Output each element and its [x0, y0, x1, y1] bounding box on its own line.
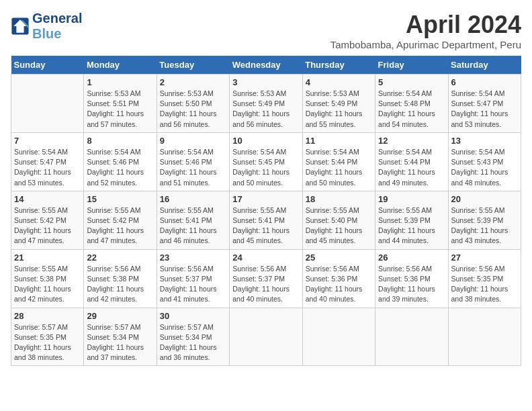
logo-text-general: General	[32, 11, 82, 26]
day-number: 21	[14, 253, 81, 263]
calendar-cell: 10Sunrise: 5:54 AMSunset: 5:45 PMDayligh…	[230, 132, 302, 191]
day-info: Sunrise: 5:53 AMSunset: 5:49 PMDaylight:…	[232, 89, 299, 130]
calendar-cell: 24Sunrise: 5:56 AMSunset: 5:37 PMDayligh…	[230, 249, 302, 308]
calendar-cell: 27Sunrise: 5:56 AMSunset: 5:35 PMDayligh…	[448, 249, 521, 308]
calendar-cell: 2Sunrise: 5:53 AMSunset: 5:50 PMDaylight…	[157, 75, 229, 133]
calendar-cell: 9Sunrise: 5:54 AMSunset: 5:46 PMDaylight…	[157, 132, 229, 191]
day-number: 28	[14, 311, 81, 321]
day-number: 14	[14, 194, 81, 204]
day-info: Sunrise: 5:55 AMSunset: 5:41 PMDaylight:…	[232, 205, 299, 246]
day-number: 9	[160, 136, 226, 146]
day-info: Sunrise: 5:54 AMSunset: 5:44 PMDaylight:…	[378, 147, 445, 188]
day-number: 29	[87, 311, 153, 321]
day-number: 12	[378, 136, 445, 146]
day-info: Sunrise: 5:56 AMSunset: 5:37 PMDaylight:…	[232, 264, 299, 305]
calendar-cell: 6Sunrise: 5:54 AMSunset: 5:47 PMDaylight…	[448, 75, 521, 133]
weekday-header: Tuesday	[157, 56, 229, 75]
day-number: 17	[232, 194, 299, 204]
calendar-cell	[302, 308, 375, 366]
logo-icon	[11, 17, 30, 36]
day-info: Sunrise: 5:53 AMSunset: 5:51 PMDaylight:…	[87, 89, 153, 130]
day-info: Sunrise: 5:56 AMSunset: 5:38 PMDaylight:…	[87, 264, 153, 305]
day-number: 7	[14, 136, 81, 146]
calendar-cell	[230, 308, 302, 366]
logo-text-blue: Blue	[32, 26, 82, 42]
day-info: Sunrise: 5:56 AMSunset: 5:36 PMDaylight:…	[306, 264, 372, 305]
day-info: Sunrise: 5:54 AMSunset: 5:43 PMDaylight:…	[451, 147, 518, 188]
calendar-week-row: 28Sunrise: 5:57 AMSunset: 5:35 PMDayligh…	[11, 308, 521, 366]
day-info: Sunrise: 5:55 AMSunset: 5:39 PMDaylight:…	[451, 205, 518, 246]
calendar-cell: 5Sunrise: 5:54 AMSunset: 5:48 PMDaylight…	[375, 75, 448, 133]
day-info: Sunrise: 5:54 AMSunset: 5:46 PMDaylight:…	[160, 147, 226, 188]
day-info: Sunrise: 5:53 AMSunset: 5:50 PMDaylight:…	[160, 89, 226, 130]
calendar-table: SundayMondayTuesdayWednesdayThursdayFrid…	[11, 56, 521, 366]
day-number: 11	[306, 136, 372, 146]
day-number: 24	[232, 253, 299, 263]
day-number: 30	[160, 311, 226, 321]
month-title: April 2024	[330, 11, 521, 39]
day-info: Sunrise: 5:55 AMSunset: 5:38 PMDaylight:…	[14, 264, 81, 305]
calendar-week-row: 14Sunrise: 5:55 AMSunset: 5:42 PMDayligh…	[11, 191, 521, 249]
calendar-week-row: 7Sunrise: 5:54 AMSunset: 5:47 PMDaylight…	[11, 132, 521, 191]
calendar-header-row: SundayMondayTuesdayWednesdayThursdayFrid…	[11, 56, 521, 75]
day-info: Sunrise: 5:54 AMSunset: 5:45 PMDaylight:…	[232, 147, 299, 188]
calendar-cell: 13Sunrise: 5:54 AMSunset: 5:43 PMDayligh…	[448, 132, 521, 191]
day-number: 18	[306, 194, 372, 204]
day-number: 23	[160, 253, 226, 263]
calendar-cell: 25Sunrise: 5:56 AMSunset: 5:36 PMDayligh…	[302, 249, 375, 308]
day-info: Sunrise: 5:55 AMSunset: 5:41 PMDaylight:…	[160, 205, 226, 246]
calendar-cell: 29Sunrise: 5:57 AMSunset: 5:34 PMDayligh…	[84, 308, 157, 366]
calendar-cell: 4Sunrise: 5:53 AMSunset: 5:49 PMDaylight…	[302, 75, 375, 133]
calendar-cell: 3Sunrise: 5:53 AMSunset: 5:49 PMDaylight…	[230, 75, 302, 133]
day-info: Sunrise: 5:54 AMSunset: 5:47 PMDaylight:…	[451, 89, 518, 130]
title-area: April 2024 Tambobamba, Apurimac Departme…	[330, 11, 521, 50]
calendar-cell: 23Sunrise: 5:56 AMSunset: 5:37 PMDayligh…	[157, 249, 229, 308]
calendar-cell: 18Sunrise: 5:55 AMSunset: 5:40 PMDayligh…	[302, 191, 375, 249]
day-number: 1	[87, 77, 153, 87]
calendar-cell: 21Sunrise: 5:55 AMSunset: 5:38 PMDayligh…	[11, 249, 84, 308]
day-number: 2	[160, 77, 226, 87]
calendar-week-row: 1Sunrise: 5:53 AMSunset: 5:51 PMDaylight…	[11, 75, 521, 133]
day-info: Sunrise: 5:53 AMSunset: 5:49 PMDaylight:…	[306, 89, 372, 130]
day-number: 15	[87, 194, 153, 204]
calendar-cell	[448, 308, 521, 366]
day-info: Sunrise: 5:56 AMSunset: 5:35 PMDaylight:…	[451, 264, 518, 305]
day-info: Sunrise: 5:56 AMSunset: 5:37 PMDaylight:…	[160, 264, 226, 305]
day-number: 26	[378, 253, 445, 263]
calendar-cell: 22Sunrise: 5:56 AMSunset: 5:38 PMDayligh…	[84, 249, 157, 308]
day-info: Sunrise: 5:54 AMSunset: 5:47 PMDaylight:…	[14, 147, 81, 188]
day-number: 5	[378, 77, 445, 87]
weekday-header: Sunday	[11, 56, 84, 75]
day-number: 4	[306, 77, 372, 87]
day-info: Sunrise: 5:54 AMSunset: 5:44 PMDaylight:…	[306, 147, 372, 188]
day-info: Sunrise: 5:54 AMSunset: 5:48 PMDaylight:…	[378, 89, 445, 130]
day-number: 3	[232, 77, 299, 87]
calendar-cell: 7Sunrise: 5:54 AMSunset: 5:47 PMDaylight…	[11, 132, 84, 191]
day-number: 8	[87, 136, 153, 146]
calendar-cell: 11Sunrise: 5:54 AMSunset: 5:44 PMDayligh…	[302, 132, 375, 191]
weekday-header: Monday	[84, 56, 157, 75]
weekday-header: Thursday	[302, 56, 375, 75]
day-number: 10	[232, 136, 299, 146]
logo: General Blue	[11, 11, 82, 42]
day-info: Sunrise: 5:55 AMSunset: 5:42 PMDaylight:…	[87, 205, 153, 246]
calendar-cell: 26Sunrise: 5:56 AMSunset: 5:36 PMDayligh…	[375, 249, 448, 308]
calendar-cell	[375, 308, 448, 366]
calendar-cell: 30Sunrise: 5:57 AMSunset: 5:34 PMDayligh…	[157, 308, 229, 366]
calendar-cell: 20Sunrise: 5:55 AMSunset: 5:39 PMDayligh…	[448, 191, 521, 249]
weekday-header: Saturday	[448, 56, 521, 75]
page-header: General Blue April 2024 Tambobamba, Apur…	[11, 11, 521, 50]
calendar-week-row: 21Sunrise: 5:55 AMSunset: 5:38 PMDayligh…	[11, 249, 521, 308]
day-info: Sunrise: 5:55 AMSunset: 5:42 PMDaylight:…	[14, 205, 81, 246]
calendar-cell	[11, 75, 84, 133]
day-number: 6	[451, 77, 518, 87]
day-info: Sunrise: 5:54 AMSunset: 5:46 PMDaylight:…	[87, 147, 153, 188]
day-info: Sunrise: 5:57 AMSunset: 5:35 PMDaylight:…	[14, 322, 81, 363]
day-info: Sunrise: 5:57 AMSunset: 5:34 PMDaylight:…	[87, 322, 153, 363]
day-number: 22	[87, 253, 153, 263]
day-number: 20	[451, 194, 518, 204]
calendar-cell: 12Sunrise: 5:54 AMSunset: 5:44 PMDayligh…	[375, 132, 448, 191]
location-title: Tambobamba, Apurimac Department, Peru	[330, 39, 521, 50]
day-number: 16	[160, 194, 226, 204]
day-number: 19	[378, 194, 445, 204]
